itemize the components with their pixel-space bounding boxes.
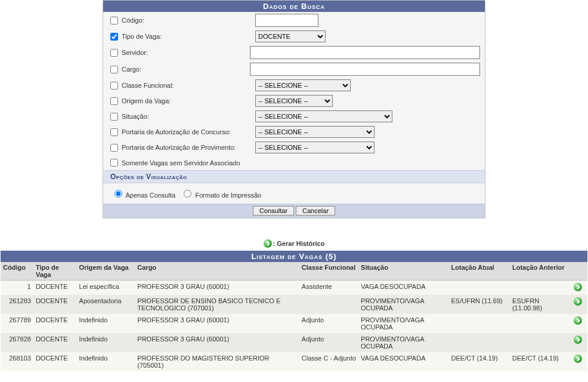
history-icon[interactable] [574,355,582,363]
servidor-label: Servidor: [122,49,250,56]
classe-funcional-label: Classe Funcional: [122,82,255,89]
col-situacao: Situação [358,262,448,281]
codigo-checkbox[interactable] [110,17,118,24]
portaria-provimento-checkbox[interactable] [110,144,118,152]
cell-codigo: 261283 [1,295,33,314]
col-classe: Classe Funcional [299,262,358,281]
tipo-vaga-select[interactable]: DOCENTE [255,30,326,42]
history-icon[interactable] [574,283,582,291]
consultar-button[interactable]: Consultar [253,206,294,215]
portaria-provimento-label: Portaria de Autorização de Provimento: [122,144,255,151]
cell-lot-atual: DEE/CT (14.19) [449,352,510,371]
listagem-body: 1DOCENTELei específicaPROFESSOR 3 GRAU (… [1,281,587,372]
radio-apenas-consulta-wrap[interactable]: Apenas Consulta [112,192,177,199]
portaria-provimento-select[interactable]: -- SELECIONE -- [255,141,375,153]
origem-vaga-select[interactable]: -- SELECIONE -- [255,95,333,107]
cell-situacao: PROVIMENTO/VAGA OCUPADA [358,314,448,333]
search-panel: Dados de Busca Código: Tipo de Vaga: DOC… [103,0,485,218]
col-lot-anterior: Lotação Anterior [510,262,571,281]
table-row: 261283DOCENTEAposentadoriaPROFESSOR DE E… [1,295,587,314]
cell-origem: Aposentadoria [77,295,135,314]
cell-tipo-vaga: DOCENTE [33,295,77,314]
cell-lot-atual: ES/UFRN (11.69) [449,295,510,314]
cell-lot-anterior: ESUFRN (11.00.98) [510,295,571,314]
portaria-concurso-label: Portaria de Autorização de Concurso: [122,128,255,135]
portaria-concurso-checkbox[interactable] [110,128,118,136]
cell-situacao: VAGA DESOCUPADA [358,281,448,295]
search-header: Dados de Busca [103,1,485,12]
cell-cargo: PROFESSOR 3 GRAU (60001) [135,281,299,295]
cell-lot-atual [449,314,510,333]
radio-formato-impressao[interactable] [184,190,191,198]
cell-classe [299,295,358,314]
portaria-concurso-select[interactable]: -- SELECIONE -- [255,126,375,138]
col-codigo: Código [1,262,33,281]
history-icon[interactable] [574,316,582,325]
col-lot-atual: Lotação Atual [449,262,510,281]
cell-situacao: VAGA DESOCUPADA [358,352,448,371]
classe-funcional-checkbox[interactable] [110,82,118,90]
visualizacao-header: Opções de Visualização [103,170,485,183]
cell-origem: Indefinido [77,352,135,371]
radio-apenas-consulta-label: Apenas Consulta [125,192,175,199]
cell-classe: Classe C - Adjunto [299,352,358,371]
cell-origem: Lei específica [77,281,135,295]
cell-tipo-vaga: DOCENTE [33,333,77,352]
origem-vaga-checkbox[interactable] [110,97,118,105]
cell-classe: Adjunto [299,314,358,333]
cargo-checkbox[interactable] [110,66,118,73]
radio-apenas-consulta[interactable] [114,190,122,198]
cell-cargo: PROFESSOR DE ENSINO BASICO TECNICO E TEC… [135,295,299,314]
table-row: 267828DOCENTEIndefinidoPROFESSOR 3 GRAU … [1,333,587,352]
cell-codigo: 267828 [1,333,33,352]
cell-lot-anterior [510,281,571,295]
cell-origem: Indefinido [77,314,135,333]
radio-formato-impressao-wrap[interactable]: Formato de Impressão [181,192,261,199]
cell-action [571,281,587,295]
cell-cargo: PROFESSOR DO MAGISTERIO SUPERIOR (705001… [135,352,299,371]
cancelar-button[interactable]: Cancelar [296,206,335,215]
history-icon[interactable] [574,335,582,344]
servidor-checkbox[interactable] [110,49,118,57]
cell-tipo-vaga: DOCENTE [33,314,77,333]
cell-action [571,352,587,371]
cell-lot-atual [449,333,510,352]
cargo-label: Cargo: [122,66,250,73]
cell-situacao: PROVIMENTO/VAGA OCUPADA [358,333,448,352]
legend-label: : Gerar Histórico [273,240,325,247]
cell-classe: Assistente [299,281,358,295]
cell-cargo: PROFESSOR 3 GRAU (60001) [135,314,299,333]
cargo-input[interactable] [250,63,480,76]
listagem-header: Listagem de Vagas (5) [1,251,587,262]
cell-origem: Indefinido [77,333,135,352]
situacao-select[interactable]: -- SELECIONE -- [255,110,392,122]
tipo-vaga-label: Tipo de Vaga: [122,33,255,40]
cell-lot-anterior [510,314,571,333]
cell-classe: Adjunto [299,333,358,352]
servidor-input[interactable] [250,46,480,59]
col-action [571,262,587,281]
cell-lot-atual [449,281,510,295]
situacao-label: Situação: [122,113,255,120]
cell-codigo: 268103 [1,352,33,371]
tipo-vaga-checkbox[interactable] [110,33,118,41]
cell-action [571,295,587,314]
origem-vaga-label: Origem da Vaga: [122,97,255,104]
codigo-label: Código: [122,17,255,24]
legend-row: : Gerar Histórico [0,235,588,249]
cell-tipo-vaga: DOCENTE [33,352,77,371]
classe-funcional-select[interactable]: -- SELECIONE -- [255,79,351,91]
radio-formato-impressao-label: Formato de Impressão [195,192,261,199]
cell-situacao: PROVIMENTO/VAGA OCUPADA [358,295,448,314]
somente-vagas-label: Somente Vagas sem Servidor Associado [122,159,240,167]
situacao-checkbox[interactable] [110,113,118,121]
somente-vagas-checkbox[interactable] [110,159,118,167]
cell-action [571,314,587,333]
cell-lot-anterior: DEE/CT (14.19) [510,352,571,371]
history-icon[interactable] [574,297,582,306]
cell-codigo: 1 [1,281,33,295]
cell-cargo: PROFESSOR 3 GRAU (60001) [135,333,299,352]
codigo-input[interactable] [255,14,318,27]
table-row: 267789DOCENTEIndefinidoPROFESSOR 3 GRAU … [1,314,587,333]
cell-lot-anterior [510,333,571,352]
